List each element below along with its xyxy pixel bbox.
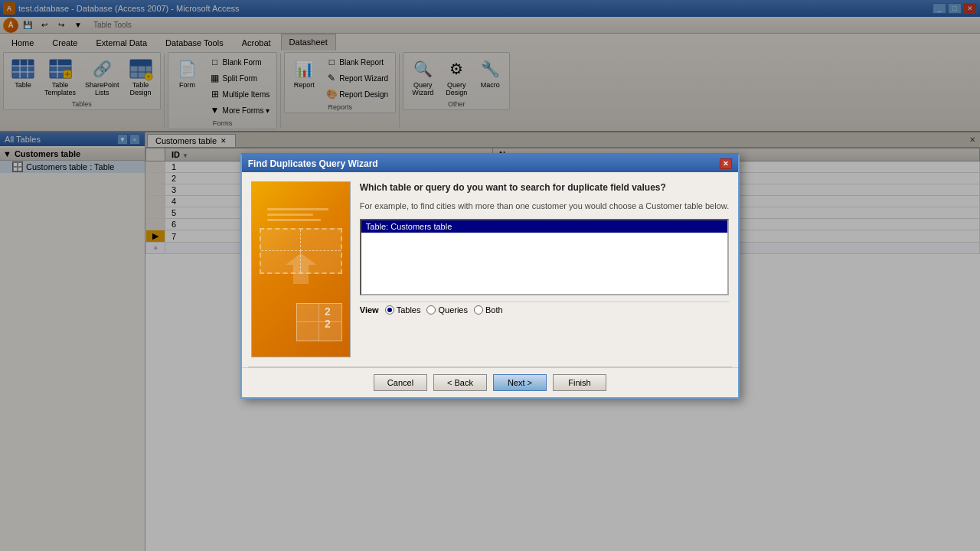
image-lines xyxy=(267,205,328,224)
wizard-description: For example, to find cities with more th… xyxy=(360,200,729,213)
radio-tables-label: Tables xyxy=(397,305,421,315)
finish-button[interactable]: Finish xyxy=(553,374,606,391)
img-table-cell xyxy=(297,322,319,341)
radio-both[interactable]: Both xyxy=(474,305,503,315)
radio-queries-circle[interactable] xyxy=(426,305,436,315)
img-grid-cell xyxy=(301,230,341,252)
next-button[interactable]: Next > xyxy=(493,374,547,391)
table-list-box[interactable]: Table: Customers table xyxy=(360,219,729,295)
img-table-cell xyxy=(297,304,319,323)
modal-title-text: Find Duplicates Query Wizard xyxy=(248,158,378,169)
radio-tables-circle[interactable] xyxy=(385,305,394,315)
modal-title-bar: Find Duplicates Query Wizard ✕ xyxy=(242,155,738,172)
image-arrow xyxy=(282,249,320,289)
img-grid-cell xyxy=(261,230,301,252)
img-table-grid xyxy=(297,304,341,341)
img-line-2 xyxy=(267,214,313,216)
view-options-section: View Tables Queries Both xyxy=(360,302,729,315)
svg-marker-23 xyxy=(286,253,316,284)
radio-queries[interactable]: Queries xyxy=(426,305,468,315)
modal-body: 22 Which table or query do you want to s… xyxy=(242,172,738,367)
view-label: View xyxy=(360,305,379,315)
wizard-question: Which table or query do you want to sear… xyxy=(360,181,729,194)
back-button[interactable]: < Back xyxy=(433,374,487,391)
wizard-image: 22 xyxy=(251,181,351,357)
find-duplicates-wizard: Find Duplicates Query Wizard ✕ xyxy=(240,153,740,399)
modal-overlay: Find Duplicates Query Wizard ✕ xyxy=(0,0,980,551)
cancel-button[interactable]: Cancel xyxy=(374,374,427,391)
modal-footer: Cancel < Back Next > Finish xyxy=(242,367,738,397)
image-number: 22 xyxy=(325,305,331,330)
img-line-3 xyxy=(267,219,321,221)
list-item-customers-table[interactable]: Table: Customers table xyxy=(361,220,727,233)
modal-close-button[interactable]: ✕ xyxy=(720,158,732,169)
modal-right-content: Which table or query do you want to sear… xyxy=(360,181,729,357)
radio-tables[interactable]: Tables xyxy=(385,305,421,315)
radio-queries-label: Queries xyxy=(438,305,468,315)
img-line-1 xyxy=(267,208,328,210)
radio-both-circle[interactable] xyxy=(474,305,483,315)
radio-both-label: Both xyxy=(485,305,503,315)
image-table-shape xyxy=(296,303,342,341)
